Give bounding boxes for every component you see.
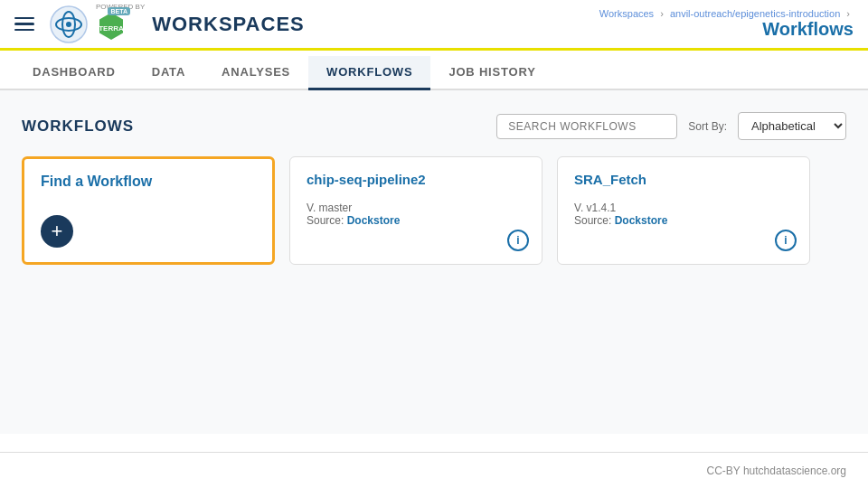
cards-row: Find a Workflow + chip-seq-pipeline2 V. … [22, 156, 846, 265]
sra-fetch-info-button[interactable]: i [775, 230, 797, 251]
breadcrumb-workspaces-link[interactable]: Workspaces [599, 8, 654, 19]
breadcrumb-top: Workspaces › anvil-outreach/epigenetics-… [599, 8, 854, 19]
footer-text: CC-BY hutchdatascience.org [706, 465, 846, 477]
logo-area: POWERED BY TERRA BETA WORKSPACES [49, 4, 305, 45]
tab-workflows[interactable]: WORKFLOWS [308, 56, 430, 90]
chip-seq-source: Source: Dockstore [307, 214, 525, 227]
terra-hex-icon: TERRA [96, 11, 127, 42]
tab-data[interactable]: DATA [134, 56, 203, 90]
beta-badge: BETA [108, 7, 130, 15]
chip-seq-info-button[interactable]: i [507, 230, 529, 251]
chip-seq-version: V. master [307, 202, 525, 214]
sra-fetch-version: V. v1.4.1 [574, 202, 793, 214]
add-workflow-button[interactable]: + [41, 215, 73, 248]
main-content: WORKFLOWS Sort By: Alphabetical Most Rec… [0, 90, 868, 434]
breadcrumb-workspace-link[interactable]: anvil-outreach/epigenetics-introduction [670, 8, 840, 19]
sort-label: Sort By: [688, 120, 727, 133]
chip-seq-meta: V. master Source: Dockstore [307, 202, 525, 227]
chip-seq-source-link[interactable]: Dockstore [347, 214, 401, 227]
workflows-controls: Sort By: Alphabetical Most Recent Name [496, 112, 846, 140]
dna-logo [49, 5, 89, 44]
sort-select[interactable]: Alphabetical Most Recent Name [738, 112, 846, 140]
tab-dashboard[interactable]: DASHBOARD [14, 56, 134, 90]
hamburger-menu[interactable] [14, 17, 34, 32]
workflows-section-title: WORKFLOWS [22, 117, 134, 136]
chip-seq-title: chip-seq-pipeline2 [307, 172, 525, 187]
workflows-header: WORKFLOWS Sort By: Alphabetical Most Rec… [22, 112, 846, 140]
svg-point-3 [66, 22, 71, 27]
breadcrumb-area: Workspaces › anvil-outreach/epigenetics-… [599, 8, 854, 40]
search-input[interactable] [496, 114, 677, 139]
breadcrumb-current: Workflows [599, 19, 854, 40]
plus-icon: + [52, 220, 63, 243]
breadcrumb-sep2: › [846, 8, 850, 19]
chip-seq-card[interactable]: chip-seq-pipeline2 V. master Source: Doc… [289, 156, 542, 265]
sra-fetch-card[interactable]: SRA_Fetch V. v1.4.1 Source: Dockstore i [557, 156, 810, 265]
find-workflow-card[interactable]: Find a Workflow + [22, 156, 275, 265]
sra-fetch-meta: V. v1.4.1 Source: Dockstore [574, 202, 793, 227]
footer: CC-BY hutchdatascience.org [0, 452, 868, 488]
tab-job-history[interactable]: JOB HISTORY [430, 56, 553, 90]
top-header: POWERED BY TERRA BETA WORKSPACES Workspa… [0, 0, 868, 51]
sra-fetch-title: SRA_Fetch [574, 172, 793, 187]
powered-by-area: POWERED BY TERRA BETA [96, 4, 145, 45]
breadcrumb-sep1: › [660, 8, 664, 19]
sra-fetch-source: Source: Dockstore [574, 214, 793, 227]
workspaces-title: WORKSPACES [152, 13, 305, 36]
find-workflow-title: Find a Workflow [41, 174, 256, 190]
svg-text:TERRA: TERRA [99, 24, 124, 33]
info-icon: i [516, 234, 519, 247]
nav-tabs: DASHBOARD DATA ANALYSES WORKFLOWS JOB HI… [0, 51, 868, 90]
sra-fetch-source-link[interactable]: Dockstore [615, 214, 668, 227]
tab-analyses[interactable]: ANALYSES [203, 56, 308, 90]
info-icon-sra: i [784, 234, 787, 247]
